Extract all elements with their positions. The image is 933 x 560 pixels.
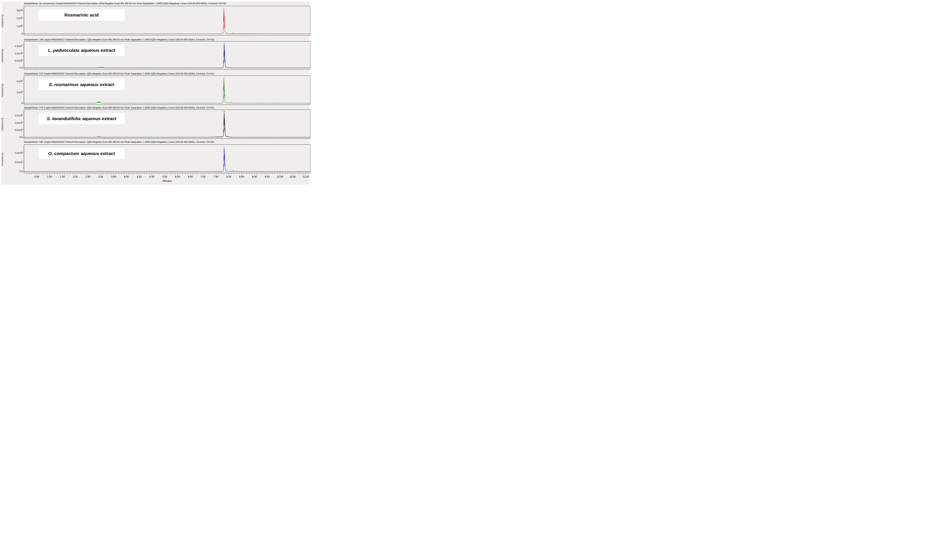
x-axis-major-tick — [203, 173, 203, 175]
y-axis-minor-tick — [23, 56, 24, 57]
sample-header: SampleName: 578 1mg/ml MeOH/H2O Channel … — [24, 106, 310, 109]
x-axis-major-tick — [113, 173, 114, 175]
y-axis-minor-tick — [23, 20, 24, 20]
x-axis-minor-tick — [170, 173, 170, 174]
y-axis-major-tick — [23, 162, 24, 162]
plot-area: L. pedunculata aqueous extract — [24, 41, 310, 69]
y-axis-minor-tick — [23, 166, 24, 166]
y-axis-minor-tick — [23, 63, 24, 64]
y-axis-minor-tick — [23, 79, 24, 79]
y-axis-major-tick — [23, 60, 24, 61]
y-axis-tick-label: 1x106 — [6, 25, 23, 28]
y-axis-tick-label: 1.0x106 — [6, 121, 23, 124]
intensity-axis-label: Intensity — [0, 75, 4, 105]
x-axis-tick-label: 3.00 — [96, 175, 105, 178]
x-axis-minor-tick — [226, 173, 226, 174]
x-axis-minor-tick — [295, 173, 296, 174]
y-axis-tick-label: 2x106 — [6, 80, 23, 83]
y-axis-tick-label: 1.0x106 — [6, 151, 23, 154]
x-axis-major-tick — [49, 173, 50, 175]
x-axis-minor-tick — [142, 173, 142, 174]
x-axis-minor-tick — [272, 173, 273, 174]
x-axis-minor-tick — [288, 173, 288, 174]
y-axis-major-tick — [23, 92, 24, 92]
y-axis-tick-label: 5.0x105 — [6, 128, 23, 131]
y-axis-minor-tick — [23, 65, 24, 65]
x-axis-minor-tick — [65, 173, 65, 174]
sample-header: SampleName: 575 1mg/ml MeOH/H2O Channel … — [24, 72, 310, 75]
x-axis-tick-label: 10.00 — [276, 175, 285, 178]
y-axis-minor-tick — [23, 13, 24, 14]
x-axis-tick-label: 0.50 — [32, 175, 42, 178]
y-axis-minor-tick — [23, 29, 24, 29]
x-axis-major-tick — [190, 173, 191, 175]
y-axis-major-tick — [23, 115, 24, 115]
y-axis-minor-tick — [23, 50, 24, 51]
y-axis-minor-tick — [23, 133, 24, 133]
x-axis-minor-tick — [42, 173, 42, 174]
x-axis-minor-tick — [200, 173, 201, 174]
y-axis-minor-tick — [23, 124, 24, 125]
x-axis-minor-tick — [119, 173, 119, 174]
x-axis-minor-tick — [106, 173, 106, 174]
x-axis-tick-label: 6.50 — [186, 175, 195, 178]
x-axis-tick-label: 10.50 — [288, 175, 297, 178]
sample-header: SampleName: Ac rosmariniq 0.1mg/ml MeOH/… — [24, 2, 310, 5]
x-axis-tick-label: 11.00 — [301, 175, 310, 178]
y-axis-minor-tick — [23, 168, 24, 168]
y-axis-minor-tick — [23, 52, 24, 52]
x-axis-tick-label: 2.00 — [71, 175, 80, 178]
x-axis-minor-tick — [246, 173, 247, 174]
x-axis-minor-tick — [34, 173, 34, 174]
x-axis-tick-label: 4.00 — [122, 175, 131, 178]
y-axis-minor-tick — [23, 120, 24, 120]
y-axis-tick-label: 0.0 — [6, 170, 23, 172]
x-axis-minor-tick — [234, 173, 234, 174]
x-axis-minor-tick — [249, 173, 249, 174]
y-axis-minor-tick — [23, 164, 24, 164]
y-axis-minor-tick — [23, 8, 24, 9]
x-axis-minor-tick — [223, 173, 224, 174]
chromatogram-trace — [24, 110, 310, 138]
x-axis-minor-tick — [262, 173, 262, 174]
x-axis-major-tick — [216, 173, 216, 175]
y-axis-minor-tick — [23, 117, 24, 117]
x-axis-major-tick — [177, 173, 178, 175]
x-axis-tick-label: 7.00 — [199, 175, 208, 178]
x-axis-tick-label: 8.00 — [224, 175, 234, 178]
x-axis-minor-tick — [98, 173, 99, 174]
y-axis-major-tick — [23, 130, 24, 130]
x-axis-tick-label: 1.00 — [45, 175, 54, 178]
x-axis-minor-tick — [213, 173, 214, 174]
sample-header: SampleName: 595 1mg/ml MeOH/H2O Channel … — [24, 141, 310, 144]
y-axis-minor-tick — [23, 24, 24, 25]
intensity-axis-label: Intensity — [0, 109, 4, 139]
x-axis-minor-tick — [131, 173, 132, 174]
x-axis-minor-tick — [26, 173, 27, 174]
y-axis-tick-label: 2x106 — [6, 17, 23, 20]
x-axis-tick-label: 7.50 — [211, 175, 221, 178]
x-axis-major-tick — [152, 173, 152, 175]
x-axis-tick-label: 6.00 — [173, 175, 182, 178]
x-axis-minor-tick — [167, 173, 168, 174]
x-axis-minor-tick — [129, 173, 129, 174]
x-axis-minor-tick — [70, 173, 70, 174]
x-axis-major-tick — [280, 173, 280, 175]
x-axis-minor-tick — [57, 173, 57, 174]
x-axis-minor-tick — [193, 173, 193, 174]
x-axis-tick-label: 9.00 — [250, 175, 259, 178]
plot-area: S. rosmarinus aqueous extract — [24, 75, 310, 105]
x-axis-minor-tick — [285, 173, 285, 174]
y-axis-tick-label: 0 — [6, 102, 23, 104]
y-axis-minor-tick — [23, 90, 24, 90]
x-axis-minor-tick — [257, 173, 257, 174]
x-axis-minor-tick — [154, 173, 155, 174]
y-axis-minor-tick — [23, 169, 24, 170]
y-axis-minor-tick — [23, 62, 24, 62]
x-axis-major-tick — [242, 173, 242, 175]
x-axis-minor-tick — [95, 173, 96, 174]
x-axis-tick-label: 5.00 — [147, 175, 157, 178]
chromatogram-trace — [24, 145, 310, 173]
x-axis-minor-tick — [239, 173, 239, 174]
x-axis-tick-label: 8.50 — [237, 175, 246, 178]
